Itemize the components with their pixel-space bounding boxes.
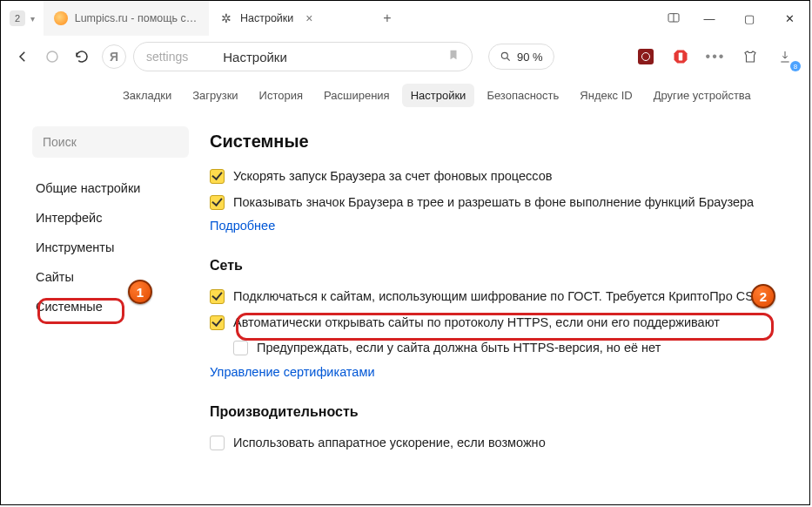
annotation-highlight-1 [37, 298, 124, 324]
annotation-highlight-2 [236, 313, 774, 341]
extensions-icon[interactable] [737, 44, 763, 70]
url-protocol: settings [146, 50, 188, 64]
option-speedup-launch[interactable]: Ускорять запуск Браузера за счет фоновых… [210, 164, 783, 190]
address-toolbar: Я settings Настройки 90 % ••• 8 [1, 36, 809, 78]
more-extensions-button[interactable]: ••• [702, 44, 728, 70]
bookmark-outline-icon[interactable] [658, 1, 689, 36]
settings-search-input[interactable]: Поиск [32, 126, 189, 158]
yandex-logo-icon[interactable]: Я [102, 44, 126, 69]
nav-history[interactable]: История [251, 84, 312, 107]
nav-bookmarks[interactable]: Закладки [114, 84, 180, 107]
option-label: Использовать аппаратное ускорение, если … [233, 435, 546, 452]
tab-label: Lumpics.ru - помощь с ко [75, 12, 198, 24]
magnifier-icon [500, 51, 512, 63]
option-label: Подключаться к сайтам, использующим шифр… [233, 288, 764, 306]
option-label: Предупреждать, если у сайта должна быть … [257, 340, 661, 357]
tab-label: Настройки [240, 12, 293, 24]
section-title-network: Сеть [210, 258, 783, 274]
adblock-icon[interactable] [668, 44, 694, 70]
close-tab-icon[interactable]: × [300, 11, 312, 25]
tab-settings[interactable]: ✲ Настройки × [209, 1, 374, 36]
sidebar-item-interface[interactable]: Интерфейс [32, 203, 201, 233]
sidebar-item-sites[interactable]: Сайты [32, 262, 201, 292]
downloads-badge: 8 [790, 61, 801, 71]
chevron-down-icon: ▾ [30, 14, 35, 24]
nav-security[interactable]: Безопасность [478, 84, 567, 107]
nav-downloads[interactable]: Загрузки [184, 84, 246, 107]
section-title-system: Системные [210, 132, 783, 152]
sidebar-item-tools[interactable]: Инструменты [32, 233, 201, 262]
zoom-indicator[interactable]: 90 % [488, 44, 554, 70]
link-more[interactable]: Подробнее [210, 215, 275, 233]
svg-rect-4 [679, 53, 683, 61]
annotation-marker-2: 2 [751, 284, 775, 308]
option-label: Ускорять запуск Браузера за счет фоновых… [233, 168, 552, 186]
ublock-icon[interactable] [633, 44, 659, 70]
tab-counter[interactable]: 2 ▾ [1, 1, 44, 36]
window-titlebar: 2 ▾ Lumpics.ru - помощь с ко ✲ Настройки… [1, 1, 809, 36]
checkbox-unchecked-icon[interactable] [233, 341, 248, 355]
downloads-button[interactable]: 8 [772, 44, 798, 70]
zoom-value: 90 % [517, 51, 543, 64]
window-close-button[interactable]: ✕ [769, 1, 809, 36]
svg-point-1 [47, 51, 57, 62]
gear-icon: ✲ [219, 11, 233, 25]
annotation-marker-1: 1 [128, 280, 152, 304]
option-label: Показывать значок Браузера в трее и разр… [233, 194, 754, 212]
reload-button[interactable] [69, 44, 95, 70]
favicon-orange-icon [54, 11, 68, 25]
checkbox-checked-icon[interactable] [210, 195, 225, 210]
checkbox-checked-icon[interactable] [210, 289, 225, 304]
option-tray-icon[interactable]: Показывать значок Браузера в трее и разр… [210, 190, 783, 216]
window-maximize-button[interactable]: ▢ [729, 1, 769, 36]
new-tab-button[interactable]: + [374, 1, 400, 36]
link-cert-management[interactable]: Управление сертификатами [210, 362, 374, 379]
nav-other-devices[interactable]: Другие устройства [645, 84, 760, 107]
section-title-performance: Производительность [210, 404, 783, 420]
tab-count-badge: 2 [10, 10, 25, 26]
checkbox-checked-icon[interactable] [210, 169, 225, 184]
option-hw-accel[interactable]: Использовать аппаратное ускорение, если … [210, 430, 783, 456]
tab-lumpics[interactable]: Lumpics.ru - помощь с ко [44, 1, 209, 36]
svg-point-2 [501, 52, 507, 58]
address-bar[interactable]: settings Настройки [133, 42, 473, 71]
back-button[interactable] [10, 44, 36, 70]
nav-settings[interactable]: Настройки [402, 84, 475, 107]
option-gost-encryption[interactable]: Подключаться к сайтам, использующим шифр… [210, 284, 783, 310]
checkbox-unchecked-icon[interactable] [210, 436, 225, 450]
forward-button[interactable] [39, 44, 65, 70]
settings-top-nav: Закладки Загрузки История Расширения Нас… [1, 78, 809, 112]
nav-yandex-id[interactable]: Яндекс ID [571, 84, 641, 107]
nav-extensions[interactable]: Расширения [315, 84, 399, 107]
sidebar-item-general[interactable]: Общие настройки [32, 173, 201, 203]
checkbox-checked-icon[interactable] [210, 315, 225, 330]
url-page-title: Настройки [197, 50, 287, 64]
window-minimize-button[interactable]: — [689, 1, 729, 36]
search-placeholder: Поиск [43, 135, 77, 149]
settings-main: Системные Ускорять запуск Браузера за сч… [201, 112, 809, 504]
bookmark-icon[interactable] [447, 48, 460, 65]
